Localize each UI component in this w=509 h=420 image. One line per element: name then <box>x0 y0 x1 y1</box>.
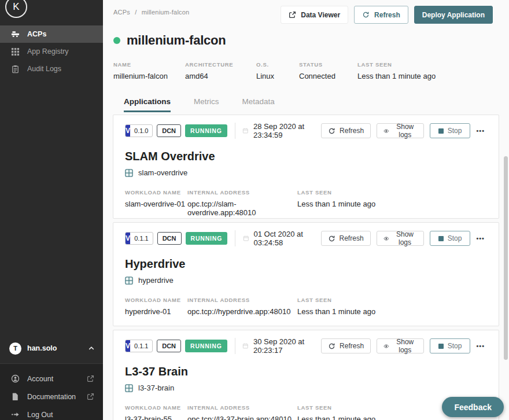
menu-item-label: Documentation <box>27 393 79 401</box>
refresh-icon <box>328 127 335 135</box>
tab-metrics[interactable]: Metrics <box>194 97 219 112</box>
logout-icon <box>11 410 20 419</box>
card-header: V 0.1.0 DCN RUNNING 28 Sep 2020 at 23:34… <box>125 122 487 139</box>
app-grid-icon <box>125 169 133 177</box>
application-card: V 0.1.1 DCN RUNNING 01 Oct 2020 at 03:24… <box>113 222 499 326</box>
acps-icon <box>11 30 20 39</box>
application-id-text: l3-37-brain <box>138 384 174 392</box>
external-link-icon <box>87 375 94 382</box>
more-actions-button[interactable]: ••• <box>474 231 487 246</box>
version-badge: V 0.1.1 <box>125 232 153 245</box>
type-badge: DCN <box>157 124 181 137</box>
scrollbar-thumb[interactable] <box>504 156 508 360</box>
field-workload-name: WORKLOAD NAME slam-overdrive-01 <box>125 189 187 217</box>
eye-icon <box>383 235 389 242</box>
version-v-icon: V <box>126 233 130 244</box>
menu-item-log-out[interactable]: Log Out <box>0 406 103 420</box>
menu-item-account[interactable]: Account <box>0 370 103 388</box>
more-actions-button[interactable]: ••• <box>474 338 487 353</box>
sidebar-item-app-registry[interactable]: App Registry <box>0 43 103 60</box>
application-id: hyperdrive <box>125 276 487 285</box>
feedback-button[interactable]: Feedback <box>442 397 504 417</box>
breadcrumb-acps[interactable]: ACPs <box>113 9 130 16</box>
tab-applications[interactable]: Applications <box>124 97 171 112</box>
app-grid-icon <box>125 277 133 285</box>
stop-button[interactable]: Stop <box>430 123 471 138</box>
meta-os: O.S. Linux <box>256 61 299 80</box>
stop-button[interactable]: Stop <box>430 338 471 353</box>
sidebar-item-label: App Registry <box>27 47 69 56</box>
application-id: slam-overdrive <box>125 168 487 177</box>
application-title: L3-37 Brain <box>125 365 487 378</box>
card-refresh-button[interactable]: Refresh <box>321 338 371 353</box>
type-badge: DCN <box>157 340 181 352</box>
app-logo: K <box>5 0 27 18</box>
show-logs-button[interactable]: Show logs <box>377 123 424 138</box>
vertical-divider <box>235 230 235 246</box>
status-dot <box>113 37 120 44</box>
topbar: ACPs / millenium-falcon Data Viewer Refr… <box>103 0 509 24</box>
more-actions-button[interactable]: ••• <box>474 123 487 138</box>
page-title: millenium-falcon <box>127 33 226 48</box>
sidebar-item-audit-logs[interactable]: Audit Logs <box>0 60 103 78</box>
meta-last-seen: LAST SEEN Less than 1 minute ago <box>357 61 436 80</box>
application-title: Hyperdrive <box>125 257 487 271</box>
tab-bar: Applications Metrics Metadata <box>124 97 509 112</box>
calendar-icon <box>242 342 249 350</box>
show-logs-button[interactable]: Show logs <box>377 338 424 353</box>
version-v-icon: V <box>126 125 130 137</box>
workload-fields: WORKLOAD NAME hyperdrive-01 INTERNAL ADD… <box>125 297 487 316</box>
type-badge: DCN <box>157 232 182 245</box>
field-internal-address: INTERNAL ADDRESS opc.tcp://hyperdrive.ap… <box>187 297 297 316</box>
stop-icon <box>438 128 444 134</box>
audit-logs-icon <box>11 65 20 73</box>
eye-icon <box>383 127 389 135</box>
header-actions: Data Viewer Refresh Deploy Application <box>281 6 493 24</box>
logo-letter: K <box>13 1 19 13</box>
version-badge: V 0.1.0 <box>125 124 153 137</box>
app-grid-icon <box>125 384 133 392</box>
date-text: 28 Sep 2020 at 23:34:59 <box>253 122 315 139</box>
field-internal-address: INTERNAL ADDRESS opc.tcp://slam-overdriv… <box>187 189 297 217</box>
tab-metadata[interactable]: Metadata <box>242 97 275 112</box>
meta-architecture: ARCHITECTURE amd64 <box>185 61 256 80</box>
sidebar: K ACPs App Registry Audit Logs T han.sol… <box>0 0 103 420</box>
field-last-seen: LAST SEEN Less than 1 minute ago <box>297 404 375 420</box>
date-text: 01 Oct 2020 at 03:24:58 <box>254 230 315 247</box>
external-link-icon <box>87 393 94 400</box>
stop-icon <box>438 236 444 241</box>
card-refresh-button[interactable]: Refresh <box>321 231 371 246</box>
version-number: 0.1.0 <box>130 125 152 137</box>
status-badge: RUNNING <box>185 340 227 352</box>
sidebar-item-label: Audit Logs <box>27 65 61 73</box>
version-v-icon: V <box>126 340 130 352</box>
workload-fields: WORKLOAD NAME l3-37-brain-55 INTERNAL AD… <box>125 404 487 420</box>
open-external-icon <box>289 11 296 19</box>
stop-button[interactable]: Stop <box>430 231 471 246</box>
app-registry-icon <box>11 47 20 56</box>
acp-meta: NAME millenium-falcon ARCHITECTURE amd64… <box>113 61 509 80</box>
user-menu-toggle[interactable]: T han.solo <box>0 340 103 356</box>
show-logs-button[interactable]: Show logs <box>377 231 424 246</box>
deployed-date: 30 Sep 2020 at 20:23:17 <box>242 337 315 355</box>
version-number: 0.1.1 <box>130 233 152 244</box>
refresh-icon <box>362 11 370 19</box>
data-viewer-button[interactable]: Data Viewer <box>281 6 348 24</box>
deploy-application-button[interactable]: Deploy Application <box>414 6 493 24</box>
version-badge: V 0.1.1 <box>125 340 153 352</box>
sidebar-item-acps[interactable]: ACPs <box>0 25 103 43</box>
vertical-divider <box>235 338 235 354</box>
card-refresh-button[interactable]: Refresh <box>321 123 371 138</box>
meta-status: STATUS Connected <box>299 61 357 80</box>
menu-item-documentation[interactable]: Documentation <box>0 388 103 406</box>
application-id: l3-37-brain <box>125 384 487 392</box>
application-id-text: hyperdrive <box>138 276 174 285</box>
deployed-date: 01 Oct 2020 at 03:24:58 <box>243 230 315 247</box>
calendar-icon <box>243 234 249 242</box>
calendar-icon <box>242 127 249 135</box>
account-icon <box>11 374 20 383</box>
field-last-seen: LAST SEEN Less than 1 minute ago <box>297 189 375 217</box>
field-workload-name: WORKLOAD NAME l3-37-brain-55 <box>125 404 187 420</box>
refresh-button[interactable]: Refresh <box>354 6 408 24</box>
application-list: V 0.1.0 DCN RUNNING 28 Sep 2020 at 23:34… <box>113 115 499 420</box>
